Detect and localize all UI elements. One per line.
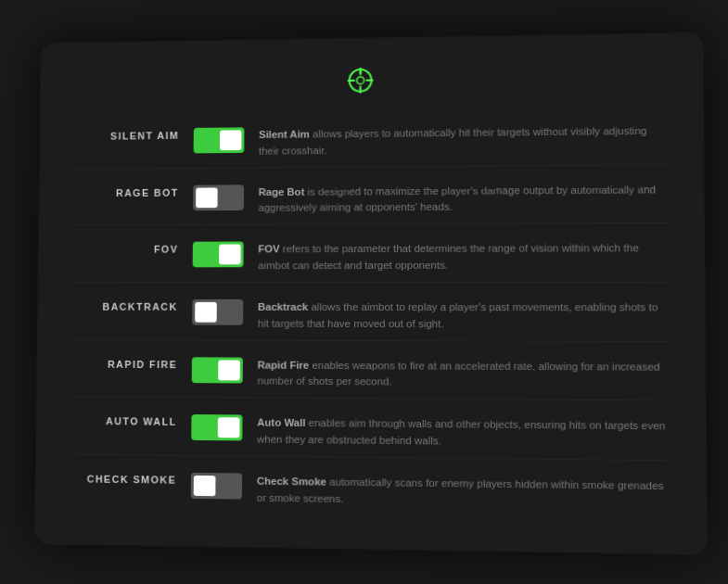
feature-desc-rapid-fire: Rapid Fire enables weapons to fire at an… bbox=[257, 353, 671, 392]
toggle-wrap-rapid-fire bbox=[191, 353, 242, 383]
header bbox=[72, 60, 669, 101]
toggle-auto-wall[interactable] bbox=[191, 414, 242, 440]
crosshair-icon bbox=[343, 64, 377, 97]
main-panel: SILENT AIMSilent Aim allows players to a… bbox=[34, 33, 706, 555]
toggle-wrap-rage-bot bbox=[193, 181, 244, 210]
feature-label-fov: FOV bbox=[70, 238, 178, 255]
toggle-check-smoke[interactable] bbox=[190, 473, 241, 500]
toggle-wrap-silent-aim bbox=[193, 124, 244, 154]
feature-desc-backtrack: Backtrack allows the aimbot to replay a … bbox=[257, 296, 670, 334]
feature-row-fov: FOVFOV refers to the parameter that dete… bbox=[70, 229, 669, 283]
feature-row-check-smoke: CHECK SMOKECheck Smoke automatically sca… bbox=[68, 461, 671, 520]
feature-row-auto-wall: AUTO WALLAuto Wall enables aim through w… bbox=[68, 403, 671, 462]
feature-desc-rage-bot: Rage Bot is designed to maximize the pla… bbox=[258, 178, 669, 217]
toggle-wrap-auto-wall bbox=[191, 411, 242, 440]
toggle-knob-fov bbox=[219, 245, 241, 265]
toggle-rapid-fire[interactable] bbox=[191, 357, 242, 383]
feature-label-check-smoke: CHECK SMOKE bbox=[68, 467, 176, 485]
toggle-knob-check-smoke bbox=[193, 476, 215, 496]
toggle-fov[interactable] bbox=[192, 242, 243, 268]
feature-row-rapid-fire: RAPID FIRERapid Fire enables weapons to … bbox=[69, 346, 671, 401]
feature-desc-auto-wall: Auto Wall enables aim through walls and … bbox=[257, 412, 671, 452]
toggle-rage-bot[interactable] bbox=[193, 184, 244, 210]
toggle-knob-rapid-fire bbox=[218, 360, 240, 380]
toggle-knob-backtrack bbox=[195, 302, 217, 323]
feature-row-silent-aim: SILENT AIMSilent Aim allows players to a… bbox=[71, 112, 669, 170]
toggle-knob-silent-aim bbox=[219, 131, 241, 151]
svg-point-1 bbox=[356, 77, 364, 84]
feature-list: SILENT AIMSilent Aim allows players to a… bbox=[68, 112, 671, 520]
feature-desc-silent-aim: Silent Aim allows players to automatical… bbox=[258, 120, 668, 160]
feature-label-silent-aim: SILENT AIM bbox=[71, 125, 179, 143]
feature-row-rage-bot: RAGE BOTRage Bot is designed to maximize… bbox=[70, 171, 669, 226]
feature-label-auto-wall: AUTO WALL bbox=[69, 410, 177, 427]
toggle-wrap-fov bbox=[192, 238, 243, 268]
toggle-knob-rage-bot bbox=[196, 187, 218, 208]
feature-desc-fov: FOV refers to the parameter that determi… bbox=[258, 237, 670, 275]
toggle-wrap-backtrack bbox=[192, 296, 243, 325]
toggle-backtrack[interactable] bbox=[192, 299, 243, 325]
toggle-wrap-check-smoke bbox=[190, 469, 241, 500]
feature-label-backtrack: BACKTRACK bbox=[70, 296, 177, 312]
feature-row-backtrack: BACKTRACKBacktrack allows the aimbot to … bbox=[70, 288, 671, 342]
title-row bbox=[72, 60, 669, 101]
feature-label-rapid-fire: RAPID FIRE bbox=[69, 353, 177, 370]
toggle-silent-aim[interactable] bbox=[193, 128, 244, 154]
toggle-knob-auto-wall bbox=[217, 418, 239, 438]
feature-desc-check-smoke: Check Smoke automatically scans for enem… bbox=[256, 470, 671, 513]
feature-label-rage-bot: RAGE BOT bbox=[70, 182, 178, 198]
